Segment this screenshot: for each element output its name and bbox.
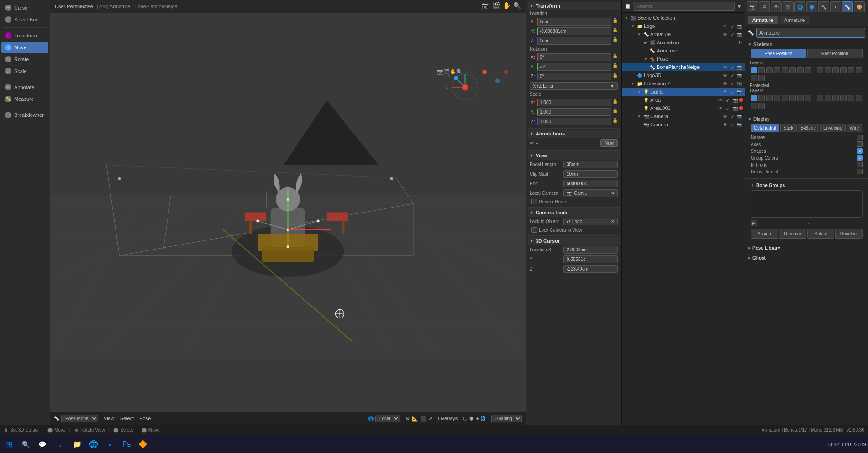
camera-lock-header[interactable]: ▼ Camera Lock (528, 208, 620, 217)
layer-7[interactable] (805, 67, 811, 73)
armature-vis-eye[interactable]: 👁 (722, 32, 728, 37)
taskbar-vscode[interactable]: ⬥ (103, 437, 117, 452)
tree-lights[interactable]: ▼ 💡 Lights 👁 ↙ 📷 (622, 88, 745, 96)
layer-5[interactable] (789, 67, 796, 73)
lights-eye[interactable]: 👁 (722, 89, 728, 94)
location-y-lock[interactable]: 🔒 (612, 27, 618, 35)
armature-tab-2[interactable]: Armature (779, 16, 809, 24)
taskbar-blender[interactable]: 🔶 (136, 437, 150, 452)
layer-12[interactable] (848, 67, 854, 73)
shading-dropdown[interactable]: Shading (491, 415, 522, 422)
rotation-x-input[interactable]: 0° (537, 53, 611, 61)
output-props-icon[interactable]: 🖨 (759, 1, 770, 12)
overlays-btn[interactable]: Overlays (438, 416, 458, 421)
mat-props-icon[interactable]: 🎨 (854, 1, 865, 12)
world-props-icon[interactable]: 🌐 (794, 1, 805, 12)
layer-2[interactable] (766, 67, 773, 73)
col2-sel[interactable]: ↙ (729, 81, 736, 86)
logo3d-eye[interactable]: 👁 (722, 73, 728, 78)
rotation-z-lock[interactable]: 🔒 (612, 73, 618, 80)
group-colors-checkbox[interactable]: ✓ (857, 155, 863, 161)
area-eye[interactable]: 👁 (717, 98, 724, 103)
close-camera[interactable]: ✕ (611, 191, 615, 196)
new-annotation-button[interactable]: New (600, 139, 618, 147)
camera-col-render[interactable]: 📷 (736, 114, 743, 119)
taskbar-explorer[interactable]: 📁 (70, 437, 84, 452)
rest-position-button[interactable]: Rest Position (807, 49, 863, 58)
viewport-tools[interactable]: ⚙ 📐 ⬛ ↗ (405, 416, 432, 422)
data-props-icon[interactable]: 🦴 (842, 1, 853, 12)
prot-layer-14[interactable] (751, 103, 757, 109)
layer-0[interactable] (751, 67, 757, 73)
pose-label[interactable]: Pose (139, 416, 151, 421)
layer-10[interactable] (832, 67, 839, 73)
skeleton-title[interactable]: ▼ Skeleton (748, 41, 865, 48)
prot-layer-1[interactable] (758, 95, 765, 101)
location-z-lock[interactable]: 🔒 (612, 37, 618, 45)
clip-end-input[interactable]: 5000000c (563, 180, 618, 187)
hand-icon[interactable]: ✋ (503, 2, 510, 9)
logo-vis-eye[interactable]: 👁 (722, 24, 728, 29)
location-x-input[interactable]: 0cm (537, 18, 611, 26)
view-props-icon[interactable]: 👁 (771, 1, 782, 12)
prot-layer-7[interactable] (805, 95, 811, 101)
render-icon[interactable]: 🎬 (492, 2, 500, 9)
bone-eye[interactable]: 👁 (722, 65, 728, 70)
taskbar-chrome[interactable]: 🌐 (86, 437, 101, 452)
toolbar-cursor[interactable]: ✛ Cursor (1, 2, 48, 13)
layer-1[interactable] (758, 67, 765, 73)
scale-x-lock[interactable]: 🔒 (612, 99, 618, 106)
transform-space-select[interactable]: Local (375, 415, 400, 422)
mode-dropdown[interactable]: Pose Mode (61, 415, 98, 422)
taskbar-taskview[interactable]: ⬚ (51, 437, 66, 452)
scene-collection-item[interactable]: ▼ 🎬 Scene Collection (622, 14, 745, 22)
area001-sel[interactable]: ↙ (725, 106, 731, 111)
layer-11[interactable] (840, 67, 847, 73)
filter-icon[interactable]: ▼ (736, 3, 742, 10)
display-wire-btn[interactable]: Wire (847, 124, 863, 132)
lock-to-object-select[interactable]: ⇄ Logo... ✕ (563, 218, 618, 225)
shading-buttons[interactable]: ⬡ ⬢ ● 🖼 (463, 416, 486, 422)
prot-layer-9[interactable] (825, 95, 831, 101)
logo3d-sel[interactable]: ↙ (729, 73, 736, 78)
scale-z-input[interactable]: 1.000 (537, 118, 611, 125)
tree-armature-obj[interactable]: ▼ 🦴 Armature 👁 ↙ 📷 (622, 30, 745, 38)
mod-props-icon[interactable]: 🔧 (818, 1, 829, 12)
camera-icon[interactable]: 📷 (482, 2, 489, 9)
axes-checkbox[interactable] (857, 141, 863, 147)
plus-icon[interactable]: + (536, 141, 538, 146)
rotation-x-lock[interactable]: 🔒 (612, 53, 618, 61)
lock-close-icon[interactable]: ✕ (611, 219, 615, 224)
col2-eye[interactable]: 👁 (722, 81, 728, 86)
col2-render[interactable]: 📷 (736, 81, 743, 86)
layer-3[interactable] (774, 67, 780, 73)
toolbar-transform[interactable]: ↔ Transform (1, 30, 48, 41)
taskbar-cortana[interactable]: 💬 (35, 437, 49, 452)
play-button[interactable]: ▶ (751, 220, 757, 226)
col2-expand[interactable]: ▼ (630, 81, 636, 86)
scene-collection-expand[interactable]: ▼ (624, 15, 629, 21)
shading-select[interactable]: Shading (491, 415, 522, 422)
armature-vis-render[interactable]: 📷 (736, 32, 743, 37)
select-label[interactable]: Select (120, 416, 134, 421)
scene-props-icon[interactable]: 🎬 (783, 1, 794, 12)
area-render[interactable]: 📷 (732, 98, 738, 103)
view-section-header[interactable]: ▼ View (528, 151, 620, 160)
cursor-section-header[interactable]: ▼ 3D Cursor (528, 237, 620, 245)
toolbar-measure[interactable]: 📏 Measure (1, 94, 48, 104)
assign-button[interactable]: Assign (751, 229, 778, 239)
cursor-x-input[interactable]: 278.03cm (563, 246, 618, 254)
select-menu[interactable]: Select (120, 416, 134, 421)
bone-render[interactable]: 📷 (736, 65, 743, 70)
lights-sel[interactable]: ↙ (729, 89, 736, 94)
location-y-input[interactable]: -0.000381cm (537, 27, 611, 35)
arm-name-input[interactable] (756, 28, 865, 38)
tree-area001[interactable]: 💡 Area.001 👁 ↙ 📷 (622, 104, 745, 112)
shapes-checkbox[interactable]: ✓ (857, 148, 863, 154)
cursor-z-input[interactable]: -223.49cm (563, 265, 618, 273)
prot-layer-15[interactable] (758, 103, 765, 109)
select-button[interactable]: Select (807, 229, 835, 239)
camera-obj-sel[interactable]: ↙ (729, 122, 736, 127)
transform-space[interactable]: 🌐 Local (368, 415, 400, 422)
layer-8[interactable] (817, 67, 823, 73)
